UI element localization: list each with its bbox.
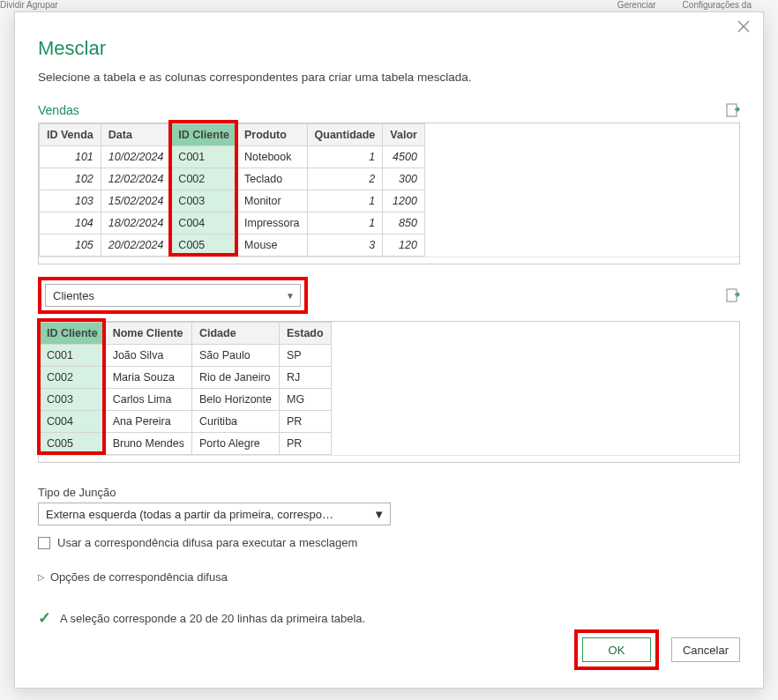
table-row[interactable]: C002Maria SouzaRio de JaneiroRJ [40,367,332,389]
triangle-right-icon: ▷ [38,572,45,582]
close-button[interactable] [735,19,752,37]
join-type-value: Externa esquerda (todas a partir da prim… [46,508,333,521]
chevron-down-icon: ▼ [373,508,385,521]
preview-expand-icon[interactable] [726,103,740,117]
table-row[interactable]: C001João SilvaSão PauloSP [40,345,332,367]
column-header[interactable]: Produto [237,124,308,146]
join-type-label: Tipo de Junção [38,486,740,499]
svg-rect-1 [727,289,737,302]
preview-expand-icon-2[interactable] [726,288,740,302]
column-header[interactable]: ID Cliente [40,323,106,345]
column-header[interactable]: Estado [279,323,331,345]
svg-rect-0 [727,104,737,116]
column-header[interactable]: Nome Cliente [105,323,191,345]
ok-highlight: OK [574,629,659,670]
column-header[interactable]: Valor [383,124,425,146]
second-table-highlight: Clientes ▼ [38,277,308,314]
column-header[interactable]: Cidade [191,323,279,345]
column-header[interactable]: ID Venda [40,124,101,146]
dialog-title: Mesclar [38,37,740,60]
column-header[interactable]: Data [101,124,171,146]
chevron-down-icon: ▼ [286,291,295,301]
background-ribbon: Dividir Agrupar Gerenciar Configurações … [0,0,778,12]
table-row[interactable]: 10315/02/2024C003Monitor11200 [40,190,425,212]
table-row[interactable]: 10418/02/2024C004Impressora1850 [40,212,425,235]
table-row[interactable]: 10212/02/2024C002Teclado2300 [40,168,425,190]
check-icon: ✓ [38,608,51,628]
column-header[interactable]: ID Cliente [171,124,237,146]
table2-preview[interactable]: ID ClienteNome ClienteCidadeEstadoC001Jo… [38,321,740,463]
table-row[interactable]: C004Ana PereiraCuritibaPR [40,411,332,433]
table1-preview[interactable]: ID VendaDataID ClienteProdutoQuantidadeV… [38,123,740,264]
cancel-button[interactable]: Cancelar [671,637,740,662]
fuzzy-options-label: Opções de correspondência difusa [50,570,228,584]
dialog-subtitle: Selecione a tabela e as colunas correspo… [38,71,740,84]
fuzzy-options-expander[interactable]: ▷ Opções de correspondência difusa [38,570,740,584]
join-type-dropdown[interactable]: Externa esquerda (todas a partir da prim… [38,503,391,525]
table-row[interactable]: C003Carlos LimaBelo HorizonteMG [40,389,332,411]
fuzzy-checkbox-label: Usar a correspondência difusa para execu… [57,536,357,549]
ok-button[interactable]: OK [582,637,651,662]
fuzzy-checkbox[interactable] [38,537,50,549]
table-row[interactable]: 10110/02/2024C001Notebook14500 [40,146,425,168]
table-row[interactable]: 10520/02/2024C005Mouse3120 [40,235,425,257]
second-table-value: Clientes [53,289,94,302]
status-text: A seleção corresponde a 20 de 20 linhas … [60,612,365,625]
second-table-dropdown[interactable]: Clientes ▼ [45,284,301,307]
table-row[interactable]: C005Bruno MendesPorto AlegrePR [40,433,332,455]
table1-label: Vendas [38,103,79,117]
column-header[interactable]: Quantidade [307,124,383,146]
merge-dialog: Mesclar Selecione a tabela e as colunas … [14,11,764,689]
